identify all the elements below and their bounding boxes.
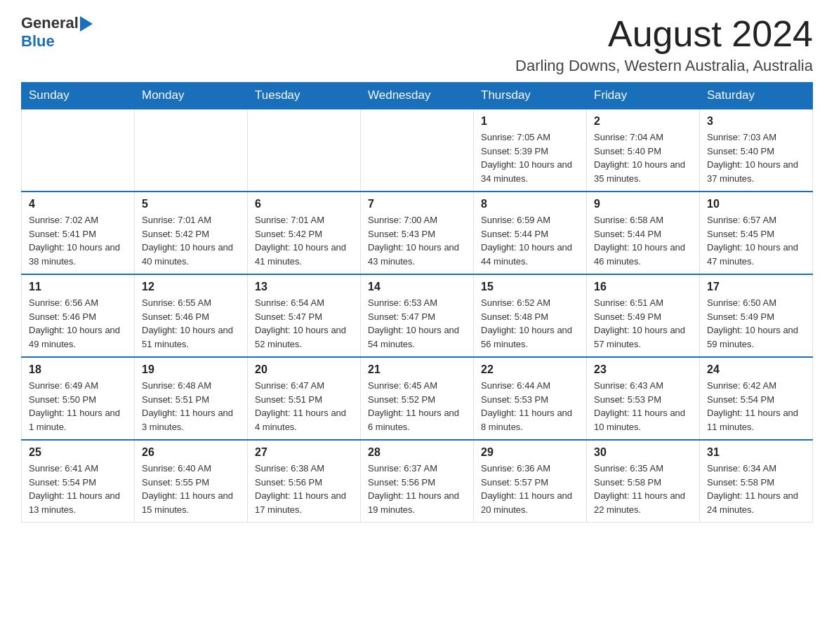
day-info: Sunrise: 6:36 AM Sunset: 5:57 PM Dayligh…	[481, 462, 579, 516]
day-info: Sunrise: 7:04 AM Sunset: 5:40 PM Dayligh…	[594, 130, 692, 185]
day-number: 31	[707, 446, 805, 459]
calendar-header-tuesday: Tuesday	[248, 83, 361, 109]
calendar-day-cell: 11Sunrise: 6:56 AM Sunset: 5:46 PM Dayli…	[22, 274, 135, 357]
day-info: Sunrise: 6:51 AM Sunset: 5:49 PM Dayligh…	[594, 296, 692, 351]
day-info: Sunrise: 6:49 AM Sunset: 5:50 PM Dayligh…	[29, 379, 127, 434]
day-number: 14	[368, 281, 466, 293]
day-number: 8	[481, 198, 579, 210]
day-number: 23	[594, 363, 692, 376]
calendar-day-cell: 24Sunrise: 6:42 AM Sunset: 5:54 PM Dayli…	[700, 357, 813, 440]
month-title: August 2024	[515, 14, 813, 54]
day-info: Sunrise: 7:05 AM Sunset: 5:39 PM Dayligh…	[481, 130, 579, 185]
day-info: Sunrise: 7:01 AM Sunset: 5:42 PM Dayligh…	[255, 213, 353, 268]
calendar-header-friday: Friday	[587, 83, 700, 109]
calendar-day-cell	[135, 109, 248, 192]
location-text: Darling Downs, Western Australia, Austra…	[515, 57, 813, 75]
day-info: Sunrise: 6:56 AM Sunset: 5:46 PM Dayligh…	[29, 296, 127, 351]
day-number: 4	[29, 198, 127, 210]
calendar-day-cell: 21Sunrise: 6:45 AM Sunset: 5:52 PM Dayli…	[361, 357, 474, 440]
calendar-header-sunday: Sunday	[22, 83, 135, 109]
day-info: Sunrise: 7:01 AM Sunset: 5:42 PM Dayligh…	[142, 213, 240, 268]
day-number: 5	[142, 198, 240, 210]
calendar-day-cell: 3Sunrise: 7:03 AM Sunset: 5:40 PM Daylig…	[700, 109, 813, 192]
day-number: 21	[368, 363, 466, 376]
calendar-day-cell	[22, 109, 135, 192]
calendar-day-cell: 4Sunrise: 7:02 AM Sunset: 5:41 PM Daylig…	[22, 192, 135, 274]
calendar-day-cell: 2Sunrise: 7:04 AM Sunset: 5:40 PM Daylig…	[587, 109, 700, 192]
calendar-week-row: 18Sunrise: 6:49 AM Sunset: 5:50 PM Dayli…	[22, 357, 813, 440]
logo-arrow-icon	[80, 16, 93, 32]
day-number: 18	[29, 363, 127, 376]
calendar-day-cell	[248, 109, 361, 192]
calendar-day-cell: 18Sunrise: 6:49 AM Sunset: 5:50 PM Dayli…	[22, 357, 135, 440]
day-number: 15	[481, 281, 579, 293]
calendar-day-cell: 8Sunrise: 6:59 AM Sunset: 5:44 PM Daylig…	[474, 192, 587, 274]
logo: General Blue	[21, 14, 93, 51]
day-number: 6	[255, 198, 353, 210]
title-section: August 2024 Darling Downs, Western Austr…	[515, 14, 813, 75]
day-info: Sunrise: 6:40 AM Sunset: 5:55 PM Dayligh…	[142, 462, 240, 516]
day-number: 26	[142, 446, 240, 459]
calendar-week-row: 1Sunrise: 7:05 AM Sunset: 5:39 PM Daylig…	[22, 109, 813, 192]
day-number: 2	[594, 115, 692, 128]
calendar-day-cell: 10Sunrise: 6:57 AM Sunset: 5:45 PM Dayli…	[700, 192, 813, 274]
calendar-day-cell: 19Sunrise: 6:48 AM Sunset: 5:51 PM Dayli…	[135, 357, 248, 440]
day-number: 13	[255, 281, 353, 293]
day-number: 1	[481, 115, 579, 128]
day-info: Sunrise: 6:37 AM Sunset: 5:56 PM Dayligh…	[368, 462, 466, 516]
calendar-week-row: 4Sunrise: 7:02 AM Sunset: 5:41 PM Daylig…	[22, 192, 813, 274]
calendar-day-cell: 15Sunrise: 6:52 AM Sunset: 5:48 PM Dayli…	[474, 274, 587, 357]
day-number: 30	[594, 446, 692, 459]
calendar-header-row: SundayMondayTuesdayWednesdayThursdayFrid…	[22, 83, 813, 109]
day-info: Sunrise: 7:00 AM Sunset: 5:43 PM Dayligh…	[368, 213, 466, 268]
day-info: Sunrise: 6:41 AM Sunset: 5:54 PM Dayligh…	[29, 462, 127, 516]
calendar-day-cell: 29Sunrise: 6:36 AM Sunset: 5:57 PM Dayli…	[474, 440, 587, 523]
calendar-day-cell: 17Sunrise: 6:50 AM Sunset: 5:49 PM Dayli…	[700, 274, 813, 357]
day-info: Sunrise: 6:53 AM Sunset: 5:47 PM Dayligh…	[368, 296, 466, 351]
calendar-day-cell: 6Sunrise: 7:01 AM Sunset: 5:42 PM Daylig…	[248, 192, 361, 274]
day-info: Sunrise: 6:44 AM Sunset: 5:53 PM Dayligh…	[481, 379, 579, 434]
calendar-day-cell: 30Sunrise: 6:35 AM Sunset: 5:58 PM Dayli…	[587, 440, 700, 523]
day-number: 28	[368, 446, 466, 459]
day-number: 16	[594, 281, 692, 293]
page-header: General Blue August 2024 Darling Downs, …	[21, 14, 813, 75]
calendar-header-thursday: Thursday	[474, 83, 587, 109]
day-number: 9	[594, 198, 692, 210]
day-info: Sunrise: 6:35 AM Sunset: 5:58 PM Dayligh…	[594, 462, 692, 516]
calendar-week-row: 25Sunrise: 6:41 AM Sunset: 5:54 PM Dayli…	[22, 440, 813, 523]
day-number: 3	[707, 115, 805, 128]
calendar-day-cell: 25Sunrise: 6:41 AM Sunset: 5:54 PM Dayli…	[22, 440, 135, 523]
day-info: Sunrise: 6:43 AM Sunset: 5:53 PM Dayligh…	[594, 379, 692, 434]
calendar-day-cell: 13Sunrise: 6:54 AM Sunset: 5:47 PM Dayli…	[248, 274, 361, 357]
day-number: 25	[29, 446, 127, 459]
day-number: 11	[29, 281, 127, 293]
day-info: Sunrise: 7:02 AM Sunset: 5:41 PM Dayligh…	[29, 213, 127, 268]
calendar-day-cell: 16Sunrise: 6:51 AM Sunset: 5:49 PM Dayli…	[587, 274, 700, 357]
day-info: Sunrise: 6:58 AM Sunset: 5:44 PM Dayligh…	[594, 213, 692, 268]
calendar-table: SundayMondayTuesdayWednesdayThursdayFrid…	[21, 82, 813, 523]
calendar-day-cell: 31Sunrise: 6:34 AM Sunset: 5:58 PM Dayli…	[700, 440, 813, 523]
day-info: Sunrise: 6:54 AM Sunset: 5:47 PM Dayligh…	[255, 296, 353, 351]
day-number: 10	[707, 198, 805, 210]
day-number: 7	[368, 198, 466, 210]
calendar-day-cell: 28Sunrise: 6:37 AM Sunset: 5:56 PM Dayli…	[361, 440, 474, 523]
logo-general-text: General	[21, 14, 79, 32]
day-info: Sunrise: 6:57 AM Sunset: 5:45 PM Dayligh…	[707, 213, 805, 268]
calendar-day-cell: 23Sunrise: 6:43 AM Sunset: 5:53 PM Dayli…	[587, 357, 700, 440]
calendar-day-cell: 9Sunrise: 6:58 AM Sunset: 5:44 PM Daylig…	[587, 192, 700, 274]
logo-blue-text: Blue	[21, 32, 55, 50]
day-info: Sunrise: 6:47 AM Sunset: 5:51 PM Dayligh…	[255, 379, 353, 434]
day-info: Sunrise: 6:55 AM Sunset: 5:46 PM Dayligh…	[142, 296, 240, 351]
calendar-day-cell: 20Sunrise: 6:47 AM Sunset: 5:51 PM Dayli…	[248, 357, 361, 440]
day-info: Sunrise: 6:38 AM Sunset: 5:56 PM Dayligh…	[255, 462, 353, 516]
day-number: 22	[481, 363, 579, 376]
calendar-day-cell: 27Sunrise: 6:38 AM Sunset: 5:56 PM Dayli…	[248, 440, 361, 523]
calendar-header-saturday: Saturday	[700, 83, 813, 109]
day-info: Sunrise: 7:03 AM Sunset: 5:40 PM Dayligh…	[707, 130, 805, 185]
day-info: Sunrise: 6:50 AM Sunset: 5:49 PM Dayligh…	[707, 296, 805, 351]
calendar-header-wednesday: Wednesday	[361, 83, 474, 109]
calendar-week-row: 11Sunrise: 6:56 AM Sunset: 5:46 PM Dayli…	[22, 274, 813, 357]
day-number: 20	[255, 363, 353, 376]
day-info: Sunrise: 6:45 AM Sunset: 5:52 PM Dayligh…	[368, 379, 466, 434]
calendar-day-cell: 26Sunrise: 6:40 AM Sunset: 5:55 PM Dayli…	[135, 440, 248, 523]
